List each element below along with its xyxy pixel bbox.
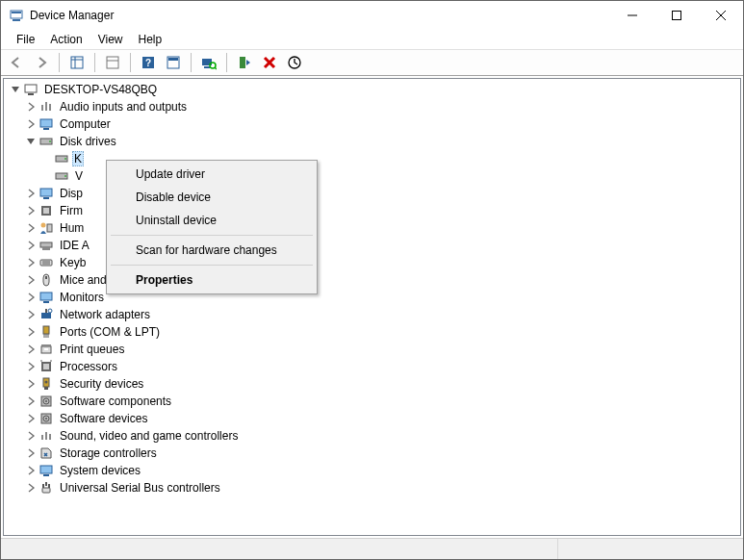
category-icon bbox=[38, 255, 54, 270]
category-icon bbox=[38, 324, 54, 340]
close-button[interactable] bbox=[699, 1, 743, 30]
device-tree[interactable]: DESKTOP-VS48QBQ Audio inputs and outputs… bbox=[3, 78, 741, 536]
scan-hardware-button[interactable] bbox=[197, 51, 220, 74]
tree-item[interactable]: Universal Serial Bus controllers bbox=[8, 479, 740, 496]
expand-icon[interactable] bbox=[23, 445, 38, 461]
svg-point-34 bbox=[64, 158, 66, 160]
tree-item[interactable]: Audio inputs and outputs bbox=[8, 98, 740, 115]
tree-item-label: Disk drives bbox=[58, 135, 118, 148]
tree-item[interactable]: Disk drives bbox=[8, 133, 740, 150]
svg-point-73 bbox=[45, 418, 47, 420]
expand-icon[interactable] bbox=[23, 394, 38, 409]
menu-file[interactable]: File bbox=[9, 31, 42, 48]
expand-icon[interactable] bbox=[23, 324, 38, 340]
expand-icon[interactable] bbox=[23, 307, 38, 322]
svg-rect-10 bbox=[107, 57, 118, 68]
svg-rect-30 bbox=[43, 128, 49, 130]
expand-icon[interactable] bbox=[23, 480, 38, 496]
svg-rect-48 bbox=[45, 276, 47, 279]
statusbar bbox=[1, 538, 743, 559]
svg-rect-76 bbox=[49, 434, 51, 440]
svg-rect-37 bbox=[40, 189, 52, 196]
update-driver-button[interactable] bbox=[283, 51, 306, 74]
ctx-scan-hardware[interactable]: Scan for hardware changes bbox=[109, 239, 315, 262]
tree-child-label: V bbox=[73, 169, 85, 183]
tree-root-row[interactable]: DESKTOP-VS48QBQ bbox=[8, 81, 740, 98]
svg-rect-52 bbox=[45, 309, 47, 313]
menu-help[interactable]: Help bbox=[131, 31, 170, 48]
tree-item-label: Firm bbox=[58, 204, 85, 217]
svg-rect-7 bbox=[71, 57, 83, 68]
uninstall-device-button[interactable] bbox=[258, 51, 281, 74]
tree-item[interactable]: Software components bbox=[8, 393, 740, 410]
collapse-icon[interactable] bbox=[8, 82, 23, 97]
tree-item-label: Software devices bbox=[58, 412, 149, 425]
tree-item[interactable]: Network adapters bbox=[8, 306, 740, 323]
expand-icon[interactable] bbox=[23, 290, 38, 305]
computer-icon bbox=[23, 82, 38, 97]
tree-item-label: Print queues bbox=[58, 343, 126, 356]
svg-rect-77 bbox=[40, 466, 52, 473]
expand-icon[interactable] bbox=[23, 359, 38, 374]
expand-icon[interactable] bbox=[23, 203, 38, 218]
expand-icon[interactable] bbox=[23, 186, 38, 201]
action-icon-button[interactable] bbox=[162, 51, 185, 74]
expand-icon[interactable] bbox=[23, 238, 38, 253]
collapse-icon[interactable] bbox=[23, 134, 38, 149]
expand-icon[interactable] bbox=[23, 463, 38, 478]
expand-icon[interactable] bbox=[23, 99, 38, 115]
tree-item[interactable]: Software devices bbox=[8, 410, 740, 427]
tree-item-label: Storage controllers bbox=[58, 446, 159, 460]
svg-rect-24 bbox=[25, 85, 37, 92]
maximize-button[interactable] bbox=[654, 1, 699, 30]
ctx-disable-device[interactable]: Disable device bbox=[109, 186, 315, 209]
tree-item[interactable]: Security devices bbox=[8, 375, 740, 393]
expand-icon[interactable] bbox=[23, 411, 38, 426]
expand-icon[interactable] bbox=[23, 272, 38, 288]
toolbar-separator bbox=[59, 53, 60, 72]
menu-view[interactable]: View bbox=[90, 31, 131, 48]
tree-item-label: Audio inputs and outputs bbox=[58, 100, 189, 114]
expand-icon[interactable] bbox=[23, 428, 38, 444]
svg-point-70 bbox=[45, 400, 47, 402]
tree-item[interactable]: Processors bbox=[8, 358, 740, 375]
tree-item[interactable]: Ports (COM & LPT) bbox=[8, 323, 740, 341]
category-icon bbox=[38, 272, 54, 288]
enable-device-button[interactable] bbox=[233, 51, 256, 74]
svg-rect-79 bbox=[42, 488, 50, 493]
expand-icon[interactable] bbox=[23, 255, 38, 270]
tree-item[interactable]: Computer bbox=[8, 115, 740, 133]
svg-rect-62 bbox=[43, 364, 49, 369]
ctx-properties[interactable]: Properties bbox=[109, 268, 315, 292]
properties-button[interactable] bbox=[101, 51, 124, 74]
svg-rect-17 bbox=[204, 66, 210, 68]
show-hide-tree-button[interactable] bbox=[65, 51, 89, 74]
forward-button[interactable] bbox=[30, 51, 53, 74]
svg-rect-38 bbox=[43, 197, 49, 199]
tree-item-label: Processors bbox=[58, 360, 119, 373]
expand-icon[interactable] bbox=[23, 116, 38, 132]
ctx-uninstall-device[interactable]: Uninstall device bbox=[109, 209, 315, 232]
toolbar-separator bbox=[130, 53, 131, 72]
tree-item[interactable]: Sound, video and game controllers bbox=[8, 427, 740, 445]
expand-icon[interactable] bbox=[23, 220, 38, 236]
svg-rect-78 bbox=[43, 474, 49, 476]
minimize-button[interactable] bbox=[610, 1, 654, 30]
menu-action[interactable]: Action bbox=[42, 31, 90, 48]
category-icon bbox=[38, 220, 54, 236]
tree-item[interactable]: Print queues bbox=[8, 341, 740, 358]
back-button[interactable] bbox=[5, 51, 28, 74]
titlebar: Device Manager bbox=[1, 1, 743, 30]
help-button[interactable]: ? bbox=[137, 51, 160, 74]
svg-rect-60 bbox=[44, 348, 48, 350]
ctx-update-driver[interactable]: Update driver bbox=[109, 163, 315, 186]
toolbar-separator bbox=[226, 53, 227, 72]
svg-line-19 bbox=[215, 67, 217, 69]
tree-item[interactable]: System devices bbox=[8, 462, 740, 479]
expand-icon[interactable] bbox=[23, 342, 38, 357]
expand-icon[interactable] bbox=[23, 376, 38, 392]
tree-item[interactable]: Storage controllers bbox=[8, 445, 740, 462]
category-icon bbox=[38, 290, 54, 305]
category-icon bbox=[38, 203, 54, 218]
context-menu: Update driver Disable device Uninstall d… bbox=[106, 160, 318, 294]
